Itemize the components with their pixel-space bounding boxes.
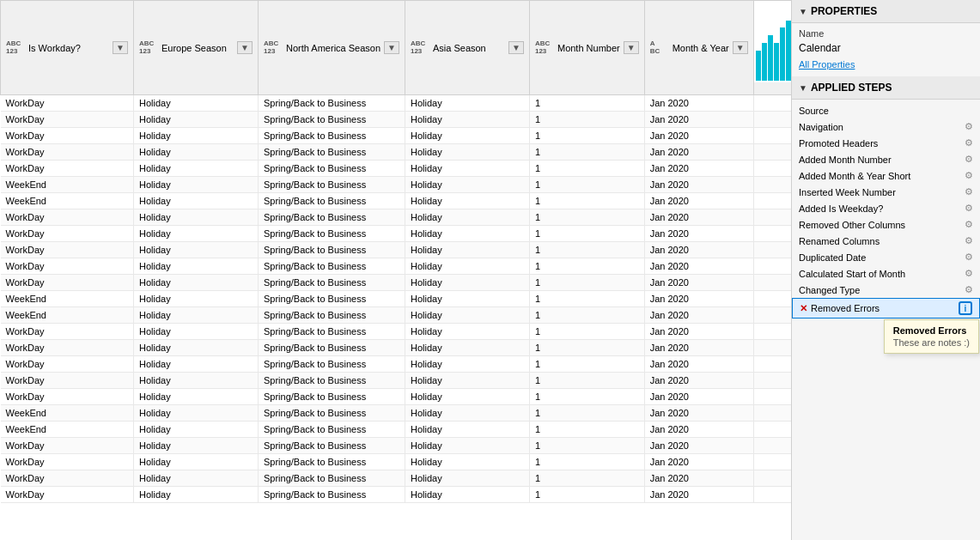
- prop-name-label: Name: [792, 23, 980, 40]
- cell-0-0: WorkDay: [1, 95, 134, 112]
- col-filter-btn-month_number[interactable]: ▼: [624, 41, 639, 54]
- col-filter-btn-north_america_season[interactable]: ▼: [384, 41, 399, 54]
- col-header-month_number: ABC123 Month Number ▼: [529, 1, 644, 95]
- col-filter-btn-is_workday[interactable]: ▼: [113, 41, 128, 54]
- step-info-btn-removed_errors[interactable]: i: [959, 301, 972, 315]
- table-row[interactable]: WorkDayHolidaySpring/Back to BusinessHol…: [1, 112, 792, 128]
- table-row[interactable]: WorkDayHolidaySpring/Back to BusinessHol…: [1, 340, 792, 356]
- step-gear-icon-calculated_start_of_month[interactable]: ⚙: [965, 268, 973, 279]
- table-row[interactable]: WeekEndHolidaySpring/Back to BusinessHol…: [1, 177, 792, 193]
- cell-21-4: 1: [529, 438, 644, 454]
- step-item-navigation[interactable]: Navigation⚙: [792, 118, 980, 135]
- step-label-source: Source: [799, 106, 973, 116]
- cell-16-2: Spring/Back to Business: [259, 356, 405, 373]
- table-row[interactable]: WorkDayHolidaySpring/Back to BusinessHol…: [1, 389, 792, 405]
- table-row[interactable]: WorkDayHolidaySpring/Back to BusinessHol…: [1, 242, 792, 258]
- table-row[interactable]: WeekEndHolidaySpring/Back to BusinessHol…: [1, 422, 792, 438]
- step-item-inserted_week_number[interactable]: Inserted Week Number⚙: [792, 184, 980, 200]
- table-row[interactable]: WorkDayHolidaySpring/Back to BusinessHol…: [1, 275, 792, 291]
- all-properties-link[interactable]: All Properties: [792, 58, 980, 76]
- step-gear-icon-inserted_week_number[interactable]: ⚙: [965, 186, 973, 197]
- table-wrapper[interactable]: ABC123 Is Workday? ▼ ABC123 Europe Seaso…: [0, 0, 791, 540]
- table-row[interactable]: WorkDayHolidaySpring/Back to BusinessHol…: [1, 161, 792, 177]
- cell-chart-18: [753, 389, 791, 405]
- cell-21-1: Holiday: [134, 438, 259, 454]
- col-header-is_workday: ABC123 Is Workday? ▼: [1, 1, 134, 95]
- table-row[interactable]: WeekEndHolidaySpring/Back to BusinessHol…: [1, 405, 792, 422]
- step-gear-icon-navigation[interactable]: ⚙: [965, 121, 973, 132]
- table-row[interactable]: WorkDayHolidaySpring/Back to BusinessHol…: [1, 470, 792, 487]
- table-row[interactable]: WorkDayHolidaySpring/Back to BusinessHol…: [1, 128, 792, 144]
- step-gear-icon-added_is_weekday[interactable]: ⚙: [965, 203, 973, 214]
- cell-7-1: Holiday: [134, 209, 259, 226]
- step-item-added_month_number[interactable]: Added Month Number⚙: [792, 151, 980, 167]
- cell-1-0: WorkDay: [1, 112, 134, 128]
- step-item-added_month_year_short[interactable]: Added Month & Year Short⚙: [792, 167, 980, 184]
- table-body: WorkDayHolidaySpring/Back to BusinessHol…: [1, 95, 792, 503]
- cell-17-3: Holiday: [405, 373, 529, 389]
- table-row[interactable]: WorkDayHolidaySpring/Back to BusinessHol…: [1, 324, 792, 340]
- table-row[interactable]: WorkDayHolidaySpring/Back to BusinessHol…: [1, 226, 792, 242]
- cell-19-2: Spring/Back to Business: [259, 405, 405, 422]
- table-row[interactable]: WeekEndHolidaySpring/Back to BusinessHol…: [1, 307, 792, 324]
- cell-21-5: Jan 2020: [644, 438, 753, 454]
- step-item-renamed_columns[interactable]: Renamed Columns⚙: [792, 233, 980, 249]
- table-row[interactable]: WorkDayHolidaySpring/Back to BusinessHol…: [1, 95, 792, 112]
- cell-17-0: WorkDay: [1, 373, 134, 389]
- col-name-north_america_season: North America Season: [286, 43, 380, 53]
- step-item-removed_errors[interactable]: ✕Removed Errorsi Removed Errors These ar…: [792, 298, 980, 319]
- cell-0-1: Holiday: [134, 95, 259, 112]
- step-gear-icon-renamed_columns[interactable]: ⚙: [965, 235, 973, 246]
- cell-chart-21: [753, 438, 791, 454]
- cell-24-0: WorkDay: [1, 487, 134, 503]
- col-filter-btn-europe_season[interactable]: ▼: [237, 41, 253, 54]
- step-item-source[interactable]: Source: [792, 103, 980, 118]
- step-item-changed_type[interactable]: Changed Type⚙: [792, 282, 980, 298]
- cell-chart-24: [753, 487, 791, 503]
- step-delete-icon-removed_errors[interactable]: ✕: [800, 303, 807, 314]
- cell-5-3: Holiday: [405, 177, 529, 193]
- tooltip-note: These are notes :): [893, 337, 970, 348]
- step-item-added_is_weekday[interactable]: Added Is Weekday?⚙: [792, 200, 980, 216]
- cell-6-1: Holiday: [134, 193, 259, 209]
- step-item-calculated_start_of_month[interactable]: Calculated Start of Month⚙: [792, 265, 980, 282]
- step-gear-icon-removed_other_columns[interactable]: ⚙: [965, 219, 973, 230]
- table-row[interactable]: WeekEndHolidaySpring/Back to BusinessHol…: [1, 291, 792, 307]
- table-row[interactable]: WorkDayHolidaySpring/Back to BusinessHol…: [1, 454, 792, 470]
- cell-3-5: Jan 2020: [644, 144, 753, 161]
- col-name-month_year: Month & Year: [673, 43, 729, 53]
- table-row[interactable]: WorkDayHolidaySpring/Back to BusinessHol…: [1, 209, 792, 226]
- step-label-navigation: Navigation: [799, 122, 961, 132]
- cell-2-1: Holiday: [134, 128, 259, 144]
- table-row[interactable]: WorkDayHolidaySpring/Back to BusinessHol…: [1, 356, 792, 373]
- table-row[interactable]: WorkDayHolidaySpring/Back to BusinessHol…: [1, 144, 792, 161]
- table-row[interactable]: WorkDayHolidaySpring/Back to BusinessHol…: [1, 373, 792, 389]
- step-gear-icon-duplicated_date[interactable]: ⚙: [965, 252, 973, 263]
- step-gear-icon-changed_type[interactable]: ⚙: [965, 284, 973, 295]
- cell-20-2: Spring/Back to Business: [259, 422, 405, 438]
- bar: [780, 27, 785, 81]
- step-item-removed_other_columns[interactable]: Removed Other Columns⚙: [792, 216, 980, 233]
- col-filter-btn-asia_season[interactable]: ▼: [508, 41, 524, 54]
- cell-18-1: Holiday: [134, 389, 259, 405]
- table-row[interactable]: WeekEndHolidaySpring/Back to BusinessHol…: [1, 193, 792, 209]
- table-row[interactable]: WorkDayHolidaySpring/Back to BusinessHol…: [1, 258, 792, 275]
- table-row[interactable]: WorkDayHolidaySpring/Back to BusinessHol…: [1, 438, 792, 454]
- col-type-asia_season: ABC123: [411, 40, 429, 56]
- step-gear-icon-promoted_headers[interactable]: ⚙: [965, 137, 973, 149]
- cell-15-4: 1: [529, 340, 644, 356]
- cell-chart-11: [753, 275, 791, 291]
- table-row[interactable]: WorkDayHolidaySpring/Back to BusinessHol…: [1, 487, 792, 503]
- cell-13-3: Holiday: [405, 307, 529, 324]
- step-gear-icon-added_month_number[interactable]: ⚙: [965, 154, 973, 165]
- step-item-promoted_headers[interactable]: Promoted Headers⚙: [792, 135, 980, 151]
- cell-10-3: Holiday: [405, 258, 529, 275]
- col-name-month_number: Month Number: [557, 43, 620, 53]
- col-filter-btn-month_year[interactable]: ▼: [733, 41, 748, 54]
- step-gear-icon-added_month_year_short[interactable]: ⚙: [965, 170, 973, 181]
- cell-8-1: Holiday: [134, 226, 259, 242]
- bar: [768, 35, 773, 81]
- cell-15-5: Jan 2020: [644, 340, 753, 356]
- bar: [756, 51, 761, 81]
- step-item-duplicated_date[interactable]: Duplicated Date⚙: [792, 249, 980, 265]
